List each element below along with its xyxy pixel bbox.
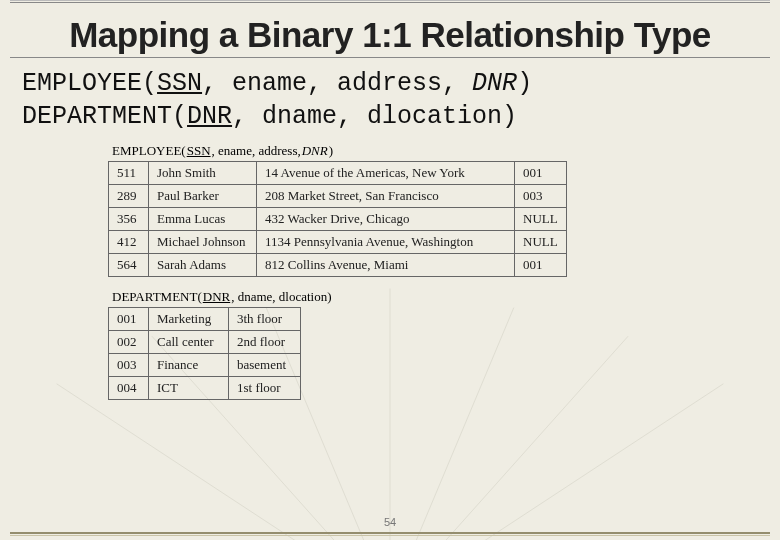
cell-dname: ICT: [149, 377, 229, 400]
cell-ename: Michael Johnson: [149, 231, 257, 254]
pk-ssn: SSN: [157, 69, 202, 98]
cell-dnr: 001: [515, 162, 567, 185]
title-rule-top: [10, 0, 770, 3]
tables-area: EMPLOYEE(SSN, ename, address, DNR) 511Jo…: [108, 141, 780, 400]
cell-ename: John Smith: [149, 162, 257, 185]
cap-rest: , ename, address,: [212, 143, 301, 159]
title-rule-bottom: [10, 57, 770, 58]
cell-ssn: 511: [109, 162, 149, 185]
cell-address: 1134 Pennsylvania Avenue, Washington: [257, 231, 515, 254]
department-block: DEPARTMENT(DNR, dname, dlocation) 001Mar…: [108, 287, 780, 400]
cell-ename: Sarah Adams: [149, 254, 257, 277]
table-row: 564Sarah Adams812 Collins Avenue, Miami0…: [109, 254, 567, 277]
table-row: 289Paul Barker208 Market Street, San Fra…: [109, 185, 567, 208]
schema-definitions: EMPLOYEE(SSN, ename, address, DNR) DEPAR…: [22, 68, 760, 133]
cell-dnr: 003: [515, 185, 567, 208]
employee-caption: EMPLOYEE(SSN, ename, address, DNR): [108, 141, 780, 161]
table-row: 002Call center2nd floor: [109, 331, 301, 354]
rel-name: DEPARTMENT: [22, 102, 172, 131]
cell-ssn: 564: [109, 254, 149, 277]
cell-dlocation: 1st floor: [229, 377, 301, 400]
cell-dlocation: 2nd floor: [229, 331, 301, 354]
cell-dname: Finance: [149, 354, 229, 377]
department-table: 001Marketing3th floor002Call center2nd f…: [108, 307, 301, 400]
cell-dname: Marketing: [149, 308, 229, 331]
table-row: 356Emma Lucas432 Wacker Drive, ChicagoNU…: [109, 208, 567, 231]
close: ): [517, 69, 532, 98]
cap-key: SSN: [187, 143, 211, 159]
employee-table: 511John Smith14 Avenue of the Americas, …: [108, 161, 567, 277]
cap-end: ): [329, 143, 333, 159]
schema-department: DEPARTMENT(DNR, dname, dlocation): [22, 101, 760, 134]
page-number: 54: [384, 516, 396, 528]
cell-dnr: 002: [109, 331, 149, 354]
cell-dnr: 003: [109, 354, 149, 377]
table-row: 001Marketing3th floor: [109, 308, 301, 331]
table-row: 412Michael Johnson1134 Pennsylvania Aven…: [109, 231, 567, 254]
paren: (: [172, 102, 187, 131]
footer-rule: [10, 532, 770, 536]
cell-ssn: 289: [109, 185, 149, 208]
rel-name: EMPLOYEE: [22, 69, 142, 98]
cell-ssn: 412: [109, 231, 149, 254]
schema-employee: EMPLOYEE(SSN, ename, address, DNR): [22, 68, 760, 101]
cap-rel: EMPLOYEE(: [112, 143, 186, 159]
cell-ssn: 356: [109, 208, 149, 231]
cell-ename: Emma Lucas: [149, 208, 257, 231]
cell-dlocation: basement: [229, 354, 301, 377]
cell-dname: Call center: [149, 331, 229, 354]
fk-dnr: DNR: [472, 69, 517, 98]
cell-address: 14 Avenue of the Americas, New York: [257, 162, 515, 185]
title-area: Mapping a Binary 1:1 Relationship Type: [0, 11, 780, 55]
table-row: 511John Smith14 Avenue of the Americas, …: [109, 162, 567, 185]
cell-dnr: 001: [515, 254, 567, 277]
cell-ename: Paul Barker: [149, 185, 257, 208]
cell-dlocation: 3th floor: [229, 308, 301, 331]
cap-key: DNR: [203, 289, 230, 305]
cell-dnr: NULL: [515, 231, 567, 254]
attrs: , ename, address,: [202, 69, 472, 98]
cell-address: 208 Market Street, San Francisco: [257, 185, 515, 208]
cap-fk: DNR: [302, 143, 328, 159]
cell-address: 432 Wacker Drive, Chicago: [257, 208, 515, 231]
cell-dnr: 001: [109, 308, 149, 331]
attrs: , dname, dlocation): [232, 102, 517, 131]
table-row: 003Financebasement: [109, 354, 301, 377]
paren: (: [142, 69, 157, 98]
cell-dnr: NULL: [515, 208, 567, 231]
department-caption: DEPARTMENT(DNR, dname, dlocation): [108, 287, 780, 307]
cell-dnr: 004: [109, 377, 149, 400]
cap-rel: DEPARTMENT(: [112, 289, 202, 305]
table-row: 004ICT1st floor: [109, 377, 301, 400]
pk-dnr: DNR: [187, 102, 232, 131]
cap-rest: , dname, dlocation): [231, 289, 331, 305]
cell-address: 812 Collins Avenue, Miami: [257, 254, 515, 277]
slide-title: Mapping a Binary 1:1 Relationship Type: [0, 15, 780, 55]
